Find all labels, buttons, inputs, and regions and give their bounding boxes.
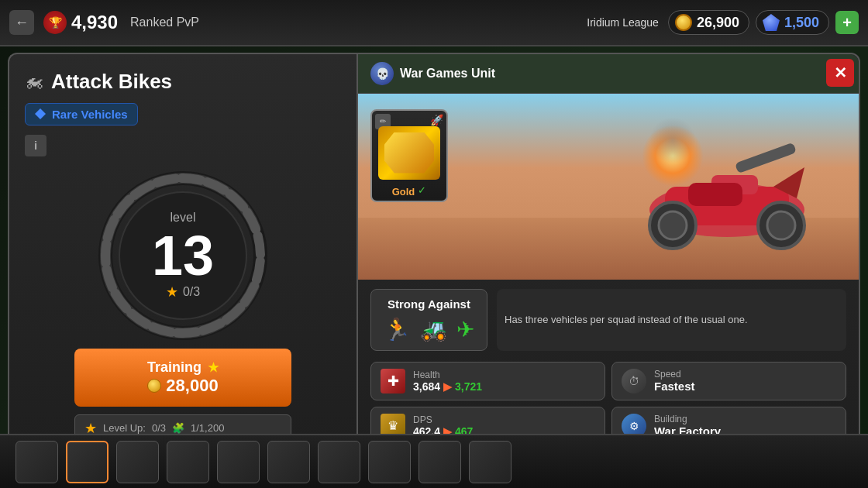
health-current: 3,684 xyxy=(413,380,440,393)
svg-rect-12 xyxy=(688,183,742,206)
training-button[interactable]: Training ★ 28,000 xyxy=(74,349,291,407)
item-label: Gold xyxy=(392,186,415,198)
add-currency-button[interactable]: + xyxy=(835,11,859,34)
speed-value: Fastest xyxy=(654,380,695,393)
dps-label: DPS xyxy=(413,414,473,425)
bottom-unit-4[interactable] xyxy=(167,441,209,483)
health-stat-box: ✚ Health 3,684 ▶ 3,721 xyxy=(370,362,605,400)
stars-row: ★ 0/3 xyxy=(166,284,200,301)
bottom-unit-bar xyxy=(0,434,868,488)
modal-container: 🏍 Attack Bikes Rare Vehicles i xyxy=(8,53,860,483)
health-value-row: 3,684 ▶ 3,721 xyxy=(413,380,482,393)
strong-against-section: Strong Against 🏃 🚜 ✈ Has three vehicles … xyxy=(370,289,846,351)
level-content: level 13 ★ 0/3 xyxy=(98,170,268,341)
category-diamond-icon xyxy=(35,108,46,119)
check-icon: ✓ xyxy=(418,184,426,196)
training-coin-icon xyxy=(147,379,161,393)
bottom-unit-8[interactable] xyxy=(368,441,411,483)
bike-title-icon: 🏍 xyxy=(25,70,43,92)
health-icon: ✚ xyxy=(381,369,405,393)
level-number: 13 xyxy=(152,228,214,284)
stars-count: 0/3 xyxy=(183,285,200,299)
gold-display: 26,900 xyxy=(668,10,749,35)
wgu-label: War Games Unit xyxy=(400,67,495,81)
enemy-icons-row: 🏃 🚜 ✈ xyxy=(384,317,474,342)
left-panel: 🏍 Attack Bikes Rare Vehicles i xyxy=(8,53,356,483)
gem-display: 1,500 xyxy=(756,10,829,35)
wgu-icon: 💀 xyxy=(370,62,394,85)
vehicle-icon: 🚜 xyxy=(420,317,447,342)
svg-point-9 xyxy=(767,211,795,239)
close-button[interactable]: ✕ xyxy=(826,59,854,87)
game-mode-label: Ranked PvP xyxy=(130,15,199,29)
health-next: 3,721 xyxy=(455,380,482,393)
infantry-icon: 🏃 xyxy=(384,317,411,342)
svg-rect-10 xyxy=(735,142,797,174)
speed-info: Speed Fastest xyxy=(654,369,695,393)
levelup-stars: 0/3 xyxy=(152,422,166,434)
levelup-pieces: 1/1,200 xyxy=(191,422,224,434)
health-label: Health xyxy=(413,369,482,380)
bottom-unit-5[interactable] xyxy=(217,441,260,483)
score-value: 4,930 xyxy=(71,12,118,33)
bottom-unit-2[interactable] xyxy=(66,441,108,483)
building-label: Building xyxy=(654,414,721,424)
bottom-unit-1[interactable] xyxy=(16,441,58,483)
top-bar: ← 🏆 4,930 Ranked PvP Iridium League 26,9… xyxy=(0,0,868,46)
item-card[interactable]: ✏ 🚀 Gold ✓ xyxy=(370,109,448,202)
level-label-text: level xyxy=(170,211,196,225)
info-button[interactable]: i xyxy=(25,135,46,156)
strong-against-title: Strong Against xyxy=(388,297,470,311)
rocket-icon: 🚀 xyxy=(430,114,443,126)
category-badge: Rare Vehicles xyxy=(25,103,138,125)
back-button[interactable]: ← xyxy=(9,10,34,35)
description-text: Has three vehicles per squad instead of … xyxy=(505,312,748,328)
bottom-unit-9[interactable] xyxy=(418,441,461,483)
svg-point-7 xyxy=(659,211,687,239)
bottom-unit-6[interactable] xyxy=(267,441,310,483)
bottom-unit-7[interactable] xyxy=(318,441,360,483)
training-star-icon: ★ xyxy=(208,360,219,375)
vehicle-thumbnail xyxy=(378,126,440,180)
speed-stat-box: ⏱ Speed Fastest xyxy=(611,362,846,400)
strong-against-box: Strong Against 🏃 🚜 ✈ xyxy=(370,289,487,351)
training-cost-value: 28,000 xyxy=(166,376,218,396)
gold-amount: 26,900 xyxy=(697,15,739,31)
training-top-row: Training ★ xyxy=(147,359,219,376)
right-panel: ✕ 💀 War Games Unit xyxy=(356,53,860,483)
modal-overlay: 🏍 Attack Bikes Rare Vehicles i xyxy=(0,46,868,488)
levelup-separator: 🧩 xyxy=(172,422,184,434)
gold-row: Gold ✓ xyxy=(392,183,427,198)
vehicle-image-area: ✏ 🚀 Gold ✓ xyxy=(358,94,859,280)
wgu-header: 💀 War Games Unit xyxy=(358,54,859,94)
gem-icon xyxy=(763,14,780,31)
training-cost-row: 28,000 xyxy=(147,376,218,396)
unit-title: Attack Bikes xyxy=(51,70,172,94)
star-icon: ★ xyxy=(166,284,178,301)
category-label: Rare Vehicles xyxy=(52,108,128,121)
speed-icon: ⏱ xyxy=(622,369,646,393)
health-arrow: ▶ xyxy=(443,380,452,393)
gem-amount: 1,500 xyxy=(784,15,819,31)
health-info: Health 3,684 ▶ 3,721 xyxy=(413,369,482,393)
description-box: Has three vehicles per squad instead of … xyxy=(497,289,846,351)
training-label: Training xyxy=(147,359,202,376)
bottom-unit-3[interactable] xyxy=(116,441,159,483)
gold-coin-icon xyxy=(675,14,692,31)
trophy-icon: 🏆 xyxy=(43,11,67,34)
bottom-unit-10[interactable] xyxy=(469,441,512,483)
levelup-label: Level Up: xyxy=(103,422,146,434)
air-icon: ✈ xyxy=(456,317,474,342)
main-vehicle-svg xyxy=(618,109,835,264)
stat-grid: ✚ Health 3,684 ▶ 3,721 ⏱ xyxy=(370,362,846,445)
speed-label: Speed xyxy=(654,369,695,380)
league-label: Iridium League xyxy=(587,16,659,29)
currency-group: 26,900 1,500 + xyxy=(668,10,859,35)
panel-title-row: 🏍 Attack Bikes xyxy=(25,70,341,94)
level-dial: level 13 ★ 0/3 xyxy=(98,170,268,341)
